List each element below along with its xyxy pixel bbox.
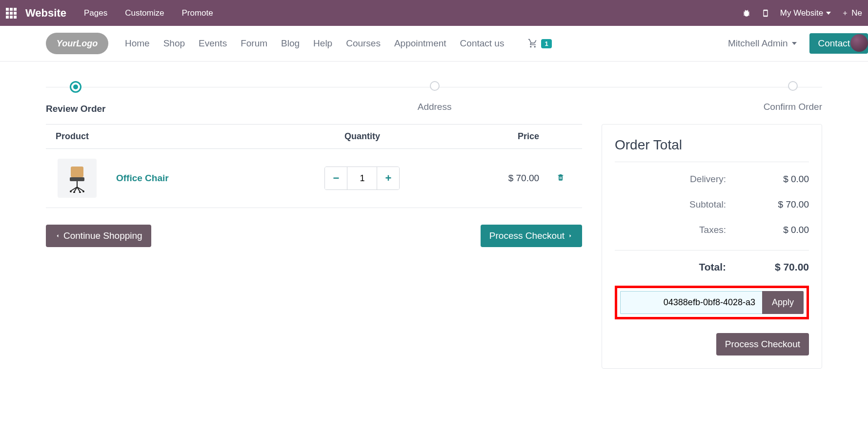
col-header-product: Product — [46, 131, 293, 142]
site-nav: YourLogo Home Shop Events Forum Blog Hel… — [0, 26, 868, 62]
item-price: $ 70.00 — [432, 173, 539, 184]
process-checkout-button[interactable]: Process Checkout — [481, 225, 582, 247]
process-checkout-label: Process Checkout — [489, 230, 565, 241]
continue-shopping-label: Continue Shopping — [63, 230, 142, 241]
taxes-label: Taxes: — [638, 225, 726, 235]
cart-row: Office Chair − + $ 70.00 — [46, 149, 582, 208]
col-header-price: Price — [432, 131, 539, 142]
step-dot — [430, 81, 440, 91]
remove-item-button[interactable] — [539, 173, 582, 184]
total-value: $ 70.00 — [755, 261, 809, 273]
user-name: Mitchell Admin — [728, 38, 788, 49]
nav-events[interactable]: Events — [199, 38, 227, 49]
caret-down-icon — [826, 12, 831, 15]
step-dot-active — [70, 81, 81, 93]
nav-contactus[interactable]: Contact us — [460, 38, 505, 49]
total-label: Total: — [638, 261, 726, 273]
svg-rect-1 — [70, 177, 84, 181]
apps-grid-icon[interactable] — [6, 8, 17, 19]
cart-link[interactable]: 1 — [527, 39, 551, 48]
checkout-steps: Review Order Address Confirm Order — [0, 62, 868, 124]
nav-home[interactable]: Home — [125, 38, 150, 49]
qty-input[interactable] — [347, 167, 377, 189]
qty-decrease-button[interactable]: − — [325, 167, 347, 189]
new-label: Ne — [851, 8, 862, 18]
process-checkout-button-side[interactable]: Process Checkout — [716, 333, 809, 355]
step-confirm-order[interactable]: Confirm Order — [764, 81, 822, 112]
menu-pages[interactable]: Pages — [84, 8, 107, 18]
quantity-stepper: − + — [324, 167, 400, 190]
svg-point-8 — [82, 190, 84, 192]
coupon-highlight: Apply — [615, 286, 809, 319]
qty-increase-button[interactable]: + — [377, 167, 399, 189]
svg-rect-0 — [71, 167, 83, 177]
coupon-input[interactable] — [620, 291, 762, 314]
continue-shopping-button[interactable]: Continue Shopping — [46, 225, 151, 247]
my-website-label: My Website — [780, 8, 824, 18]
menu-promote[interactable]: Promote — [182, 8, 213, 18]
order-total-title: Order Total — [615, 137, 809, 153]
order-total-panel: Order Total Delivery: $ 0.00 Subtotal: $… — [602, 124, 822, 369]
app-name[interactable]: Website — [25, 7, 66, 20]
mobile-icon[interactable] — [762, 8, 769, 18]
new-button[interactable]: Ne — [842, 8, 862, 18]
svg-point-7 — [70, 190, 72, 192]
nav-blog[interactable]: Blog — [281, 38, 300, 49]
menu-customize[interactable]: Customize — [125, 8, 164, 18]
subtotal-label: Subtotal: — [638, 199, 726, 210]
cart-badge: 1 — [541, 39, 551, 48]
nav-shop[interactable]: Shop — [163, 38, 185, 49]
col-header-quantity: Quantity — [293, 131, 432, 142]
my-website-dropdown[interactable]: My Website — [780, 8, 831, 18]
apply-coupon-button[interactable]: Apply — [762, 291, 804, 314]
step-label: Confirm Order — [764, 102, 822, 112]
site-logo[interactable]: YourLogo — [46, 33, 108, 54]
step-label: Review Order — [46, 104, 106, 114]
nav-help[interactable]: Help — [313, 38, 332, 49]
nav-courses[interactable]: Courses — [346, 38, 381, 49]
odoo-topbar: Website Pages Customize Promote My Websi… — [0, 0, 868, 26]
step-review-order[interactable]: Review Order — [46, 81, 106, 114]
cart-table: Product Quantity Price Office Chair − + … — [46, 124, 582, 247]
theme-droplet-icon[interactable] — [850, 34, 868, 52]
product-name-link[interactable]: Office Chair — [116, 173, 169, 184]
delivery-label: Delivery: — [638, 174, 726, 185]
nav-appointment[interactable]: Appointment — [394, 38, 446, 49]
user-dropdown[interactable]: Mitchell Admin — [728, 38, 797, 49]
step-label: Address — [418, 102, 452, 112]
taxes-value: $ 0.00 — [755, 225, 809, 235]
product-image[interactable] — [58, 159, 97, 198]
step-address[interactable]: Address — [418, 81, 452, 112]
nav-forum[interactable]: Forum — [241, 38, 267, 49]
step-dot — [788, 81, 798, 91]
subtotal-value: $ 70.00 — [755, 199, 809, 210]
delivery-value: $ 0.00 — [755, 174, 809, 185]
bug-icon[interactable] — [742, 9, 751, 18]
caret-down-icon — [792, 42, 797, 45]
